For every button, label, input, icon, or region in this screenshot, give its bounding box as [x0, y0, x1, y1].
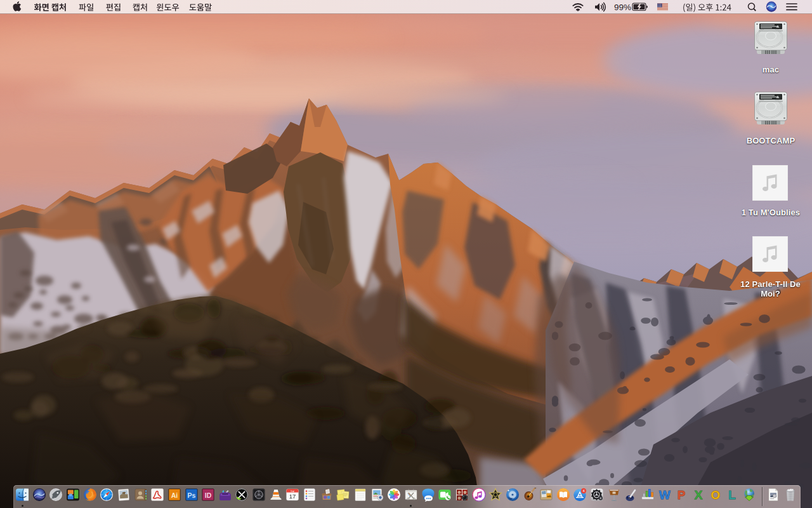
svg-text:W: W	[659, 488, 671, 502]
svg-text:P: P	[678, 488, 686, 502]
svg-text:ID: ID	[205, 491, 212, 499]
svg-text:4: 4	[583, 489, 585, 493]
svg-text:O: O	[710, 488, 720, 502]
svg-text:5월: 5월	[291, 490, 295, 493]
svg-text:X: X	[695, 488, 703, 502]
svg-text:Ps: Ps	[187, 491, 195, 499]
svg-text:99%: 99%	[614, 3, 631, 12]
svg-text:Ai: Ai	[171, 491, 178, 499]
svg-text:17: 17	[289, 493, 296, 500]
svg-text:L: L	[728, 488, 736, 502]
